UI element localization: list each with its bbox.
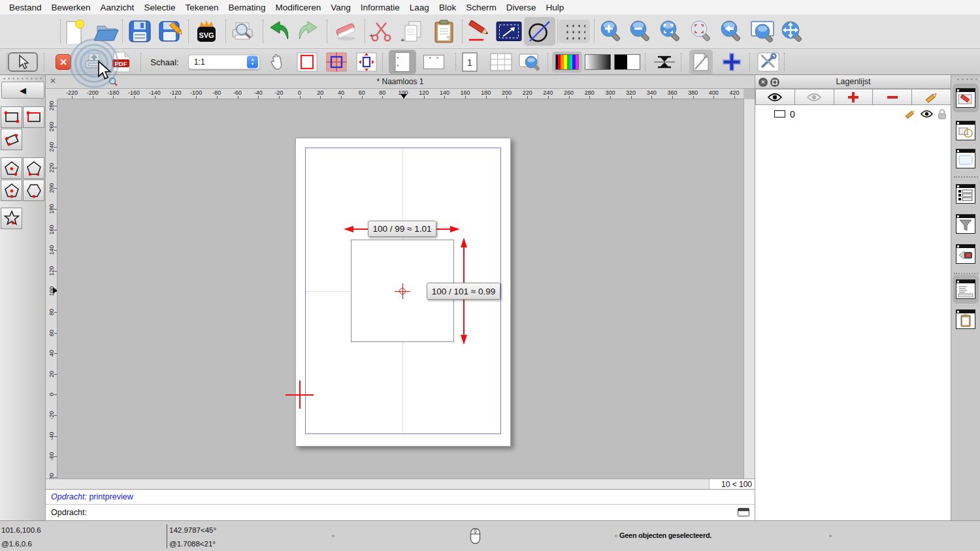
zoom-fit-button[interactable] xyxy=(659,19,683,44)
dock-light-panel-button[interactable] xyxy=(956,244,975,264)
zoom-in-button[interactable] xyxy=(599,19,624,44)
preferences-button[interactable] xyxy=(757,52,779,72)
layer-hidden-button[interactable] xyxy=(795,89,834,105)
crop-marks-button[interactable] xyxy=(326,52,347,72)
menu-scherm[interactable]: Scherm xyxy=(466,3,497,12)
grid-toggle-button[interactable] xyxy=(559,20,590,43)
delete-eraser-button[interactable] xyxy=(333,20,359,43)
menu-bemating[interactable]: Bemating xyxy=(228,3,265,12)
scale-stepper-icon[interactable]: ▲▼ xyxy=(247,55,258,68)
preview-page-button[interactable] xyxy=(518,52,542,72)
command-prompt-row[interactable]: Opdracht: xyxy=(46,504,755,520)
scale-select[interactable]: 1:1 ▲▼ xyxy=(188,54,260,69)
document-titlebar[interactable]: ✕ * Naamloos 1 xyxy=(46,75,755,89)
save-button[interactable] xyxy=(129,20,151,42)
dock-list-panel-button[interactable] xyxy=(956,184,975,204)
dock-filter-panel-button[interactable] xyxy=(956,214,975,234)
dock-draw-panel-button[interactable] xyxy=(956,88,975,108)
drawing-canvas[interactable]: 100 / 99 ≈ 1.01 100 / 101 ≈ 0.99 xyxy=(57,99,743,479)
flatness-button[interactable] xyxy=(653,54,676,71)
star-tool-button[interactable] xyxy=(1,208,22,229)
menu-aanzicht[interactable]: Aanzicht xyxy=(101,3,135,12)
layer-list-item[interactable]: 0 xyxy=(755,106,951,121)
landscape-page-button[interactable] xyxy=(423,54,445,69)
svg-icon: SVG xyxy=(194,18,219,44)
svg-export-button[interactable]: SVG xyxy=(194,18,219,44)
hexagon-tool-button[interactable] xyxy=(23,180,44,201)
undo-button[interactable] xyxy=(266,20,291,43)
menu-blok[interactable]: Blok xyxy=(439,3,456,12)
menu-selectie[interactable]: Selectie xyxy=(144,3,175,12)
zoom-window-button[interactable] xyxy=(749,19,777,44)
pan-hand-button[interactable] xyxy=(268,53,286,71)
layer-remove-button[interactable] xyxy=(873,89,912,105)
multi-page-grid-button[interactable] xyxy=(490,53,512,71)
vertical-ruler: 280260240220200180160140120100806040200-… xyxy=(46,99,57,479)
page-template-button[interactable] xyxy=(689,50,713,74)
fit-page-button[interactable] xyxy=(356,52,377,72)
menu-diverse[interactable]: Diverse xyxy=(506,3,536,12)
layer-visibility-eye-icon[interactable] xyxy=(921,110,933,118)
layer-lock-icon[interactable] xyxy=(938,108,947,119)
bw-mode-button[interactable] xyxy=(614,54,640,70)
polygon-center-tool-button[interactable] xyxy=(1,157,22,179)
selection-rect-button[interactable] xyxy=(496,22,522,42)
sidebar-drag-handle[interactable] xyxy=(2,78,44,80)
dock-clipboard-panel-button[interactable] xyxy=(956,309,975,329)
layer-edit-button[interactable] xyxy=(912,89,951,105)
vertical-scrollbar[interactable] xyxy=(743,99,755,479)
menu-modificeren[interactable]: Modificeren xyxy=(276,3,321,12)
dock-shapes-panel-button[interactable] xyxy=(956,121,975,140)
menu-laag[interactable]: Laag xyxy=(410,3,429,12)
command-keyboard-icon[interactable] xyxy=(738,508,749,516)
rotated-rectangle-tool-button[interactable] xyxy=(1,129,22,150)
polygon-edge-tool-button[interactable] xyxy=(23,157,44,179)
page-diagonal-icon xyxy=(693,52,710,72)
grayscale-mode-button[interactable] xyxy=(585,54,611,70)
menu-hulp[interactable]: Hulp xyxy=(546,3,564,12)
zoom-selection-button[interactable] xyxy=(689,19,714,44)
rectangle-tool-button[interactable] xyxy=(1,106,22,128)
toolbar-separator xyxy=(594,20,595,43)
toolbar-separator xyxy=(547,53,548,71)
color-mode-button[interactable] xyxy=(552,52,582,72)
dock-properties-panel-button[interactable] xyxy=(956,149,975,168)
paste-button[interactable] xyxy=(433,19,455,44)
print-preview-button[interactable] xyxy=(229,20,255,43)
portrait-page-button[interactable] xyxy=(389,50,416,74)
redo-button[interactable] xyxy=(297,20,321,43)
save-as-button[interactable] xyxy=(159,20,184,43)
layers-titlebar[interactable]: ✕ Lagenlijst xyxy=(755,75,951,89)
horizontal-scrollbar[interactable]: 10 < 100 xyxy=(46,479,755,489)
crosshair-button[interactable] xyxy=(721,51,743,73)
minus-icon xyxy=(886,91,899,104)
cut-button[interactable]: + xyxy=(368,19,393,44)
menu-bewerken[interactable]: Bewerken xyxy=(52,3,91,12)
polygon-side-tool-button[interactable] xyxy=(1,180,22,201)
circle-tool-button[interactable] xyxy=(524,17,555,46)
menu-tekenen[interactable]: Tekenen xyxy=(185,3,218,12)
eye-icon xyxy=(768,93,782,102)
dock-separator xyxy=(954,273,978,274)
zoom-pan-button[interactable] xyxy=(779,19,806,44)
rectangle-size-tool-button[interactable] xyxy=(23,106,44,128)
single-page-button[interactable]: 1 xyxy=(462,52,478,72)
menu-vang[interactable]: Vang xyxy=(331,3,351,12)
layer-color-swatch[interactable] xyxy=(774,110,785,118)
sidebar-collapse-button[interactable]: ◀ xyxy=(1,82,44,99)
menu-informatie[interactable]: Informatie xyxy=(361,3,400,12)
zoom-out-button[interactable] xyxy=(629,19,653,44)
page-frame-button[interactable] xyxy=(297,52,318,72)
layer-visible-button[interactable] xyxy=(755,89,795,105)
zoom-previous-button[interactable] xyxy=(719,19,744,44)
draw-pencil-button[interactable] xyxy=(466,20,492,43)
menu-bestand[interactable]: Bestand xyxy=(9,3,42,12)
main-toolbar: SVG + + xyxy=(0,14,980,49)
select-mode-button[interactable] xyxy=(8,52,38,72)
new-document-button[interactable] xyxy=(63,19,85,44)
dock-drag-handle[interactable] xyxy=(956,78,977,80)
layer-editable-pencil-icon[interactable] xyxy=(905,108,916,119)
layer-add-button[interactable] xyxy=(834,89,874,105)
dock-info-panel-button[interactable] xyxy=(956,279,975,299)
copy-button[interactable]: + xyxy=(400,19,425,44)
